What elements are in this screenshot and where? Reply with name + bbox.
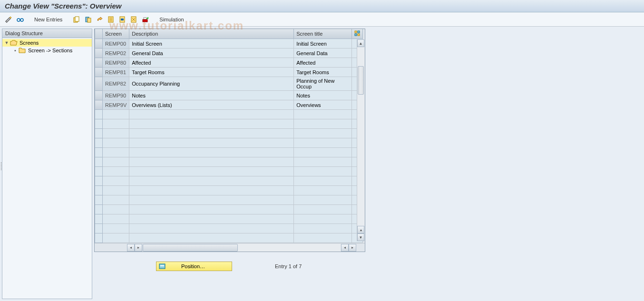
cell-description[interactable]: Overviews (Lists) [129,100,294,110]
row-selector[interactable] [95,68,103,77]
cell-screen-title[interactable] [294,148,352,157]
cell-screen[interactable] [103,138,129,148]
table-row[interactable]: REMP90NotesNotes [95,91,363,100]
tree-item-screen-sections[interactable]: • Screen -> Sections [2,47,92,54]
deselect-all-icon[interactable] [129,15,138,24]
cell-screen-title[interactable] [294,157,352,167]
h-scroll-track[interactable] [143,244,341,252]
row-selector[interactable] [95,129,103,138]
cell-screen-title[interactable] [294,176,352,186]
cell-screen-title[interactable]: Target Rooms [294,68,352,77]
cell-description[interactable] [129,157,294,167]
cell-screen[interactable] [103,176,129,186]
cell-screen-title[interactable] [294,195,352,205]
cell-description[interactable] [129,233,294,243]
cell-description[interactable] [129,167,294,176]
cell-description[interactable] [129,138,294,148]
scroll-right-end-icon[interactable]: ▸ [349,244,356,252]
select-block-icon[interactable] [117,15,127,24]
cell-description[interactable]: Initial Screen [129,39,294,49]
row-selector[interactable] [95,110,103,119]
cell-screen[interactable] [103,129,129,138]
table-row-empty[interactable] [95,233,363,243]
table-row-empty[interactable] [95,129,363,138]
row-selector[interactable] [95,157,103,167]
scroll-down-small-icon[interactable]: ▴ [357,226,364,233]
cell-screen[interactable]: REMP90 [103,91,129,100]
glasses-other-view-icon[interactable] [15,15,25,24]
table-row-empty[interactable] [95,157,363,167]
cell-screen-title[interactable]: Planning of New Occup [294,77,352,91]
cell-description[interactable] [129,129,294,138]
col-header-screen-title[interactable]: Screen title [294,29,352,39]
position-button[interactable]: Position… [156,262,232,271]
table-row-empty[interactable] [95,167,363,176]
cell-screen[interactable] [103,167,129,176]
vertical-scrollbar[interactable]: ▲ ▴ ▼ [357,39,364,241]
table-row[interactable]: REMP80AffectedAffected [95,58,363,68]
cell-screen-title[interactable] [294,167,352,176]
row-selector[interactable] [95,119,103,129]
toggle-display-change-icon[interactable] [4,15,13,24]
cell-description[interactable] [129,110,294,119]
table-row[interactable]: REMP02General DataGeneral Data [95,49,363,58]
cell-description[interactable] [129,224,294,233]
row-selector[interactable] [95,100,103,110]
cell-screen[interactable]: REMP00 [103,39,129,49]
row-selector[interactable] [95,233,103,243]
cell-description[interactable]: Target Rooms [129,68,294,77]
new-entries-button[interactable]: New Entries [30,16,66,23]
scroll-thumb[interactable] [358,66,364,95]
cell-description[interactable] [129,214,294,224]
row-selector[interactable] [95,77,103,91]
h-scroll-thumb[interactable] [143,244,238,252]
row-selector[interactable] [95,176,103,186]
cell-description[interactable] [129,176,294,186]
cell-description[interactable]: General Data [129,49,294,58]
cell-description[interactable] [129,119,294,129]
table-row-empty[interactable] [95,205,363,214]
table-row-empty[interactable] [95,214,363,224]
cell-screen[interactable] [103,157,129,167]
select-all-header[interactable] [95,29,103,39]
cell-screen[interactable] [103,148,129,157]
cell-screen[interactable] [103,233,129,243]
cell-screen[interactable]: REMP02 [103,49,129,58]
splitter-handle[interactable] [1,162,2,173]
table-row-empty[interactable] [95,110,363,119]
cell-screen[interactable] [103,205,129,214]
cell-screen-title[interactable] [294,233,352,243]
copy-as-icon[interactable] [72,15,81,24]
print-bc-set-icon[interactable] [140,15,150,24]
row-selector[interactable] [95,58,103,68]
row-selector[interactable] [95,224,103,233]
cell-screen-title[interactable]: Initial Screen [294,39,352,49]
select-all-icon[interactable] [106,15,116,24]
row-selector[interactable] [95,91,103,100]
table-settings-icon[interactable] [352,29,363,39]
cell-description[interactable]: Notes [129,91,294,100]
row-selector[interactable] [95,186,103,195]
row-selector[interactable] [95,148,103,157]
row-selector[interactable] [95,138,103,148]
table-row[interactable]: REMP81Target RoomsTarget Rooms [95,68,363,77]
table-row-empty[interactable] [95,195,363,205]
row-selector[interactable] [95,49,103,58]
row-selector[interactable] [95,195,103,205]
cell-screen-title[interactable] [294,119,352,129]
table-row-empty[interactable] [95,224,363,233]
table-row-empty[interactable] [95,176,363,186]
scroll-left-icon[interactable]: ▸ [135,244,142,252]
table-row-empty[interactable] [95,138,363,148]
cell-screen[interactable] [103,214,129,224]
simulation-button[interactable]: Simulation [156,16,187,23]
cell-screen[interactable]: REMP82 [103,77,129,91]
cell-screen-title[interactable] [294,224,352,233]
table-row-empty[interactable] [95,119,363,129]
tree-collapse-icon[interactable]: ▼ [4,40,9,45]
undo-change-icon[interactable] [95,15,104,24]
cell-screen[interactable] [103,110,129,119]
cell-screen-title[interactable]: Notes [294,91,352,100]
cell-screen[interactable]: REMP80 [103,58,129,68]
cell-screen[interactable] [103,195,129,205]
